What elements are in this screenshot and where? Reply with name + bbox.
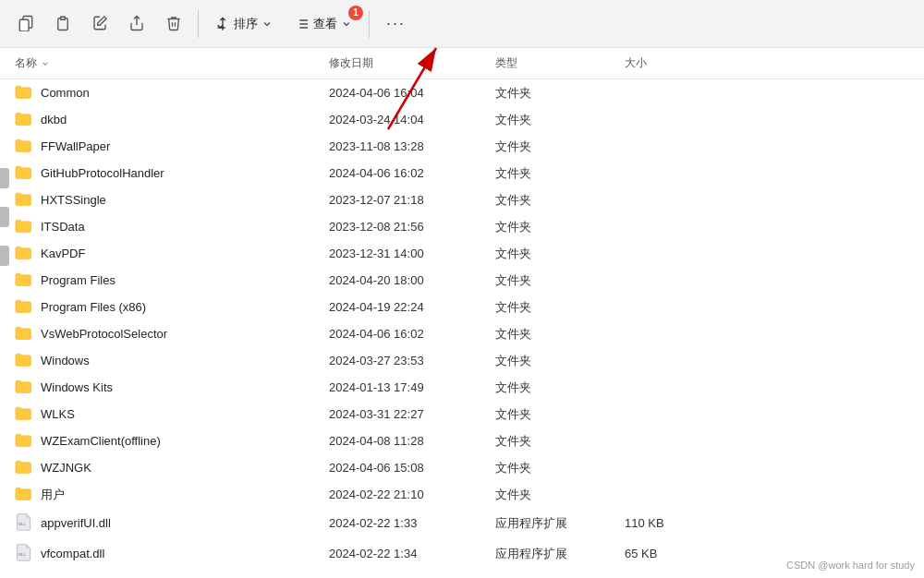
file-type: 应用程序扩展 (490, 512, 619, 535)
file-type: 文件夹 (490, 323, 619, 345)
file-name: FFWallPaper (41, 139, 110, 153)
file-modified: 2024-04-06 15:08 (323, 458, 490, 477)
file-name: WZExamClient(offline) (41, 434, 161, 448)
table-row[interactable]: HXTSSingle 2023-12-07 21:18 文件夹 (0, 187, 924, 213)
file-name: Program Files (41, 273, 116, 287)
file-name-cell: DLL appverifUI.dll (9, 510, 323, 536)
folder-icon (15, 218, 33, 235)
table-row[interactable]: Windows Kits 2024-01-13 17:49 文件夹 (0, 374, 924, 401)
file-size (619, 358, 711, 364)
column-size[interactable]: 大小 (619, 52, 711, 75)
table-row[interactable]: dkbd 2024-03-24 14:04 文件夹 (0, 106, 924, 133)
folder-icon (15, 325, 33, 343)
file-size (619, 412, 711, 417)
file-size (619, 90, 711, 96)
delete-button[interactable] (157, 6, 190, 42)
table-row[interactable]: DLL appverifUI.dll 2024-02-22 1:33 应用程序扩… (0, 508, 924, 538)
file-size (619, 331, 711, 337)
file-name-cell: DLL vfcompat.dll (9, 540, 323, 567)
file-name: Windows Kits (41, 380, 113, 394)
file-type: 文件夹 (490, 189, 619, 211)
more-button[interactable]: ··· (377, 9, 415, 39)
file-size (619, 117, 711, 123)
separator-1 (198, 10, 199, 38)
paste-button[interactable] (46, 6, 79, 42)
file-modified: 2024-01-13 17:49 (323, 378, 490, 397)
table-row[interactable]: WZExamClient(offline) 2024-04-08 11:28 文… (0, 427, 924, 454)
file-name-cell: FFWallPaper (9, 135, 323, 158)
file-type: 文件夹 (490, 350, 619, 372)
file-list: 名称 修改日期 类型 大小 Common 2024-04-06 16:04 文件… (0, 48, 924, 578)
file-modified: 2023-12-07 21:18 (323, 190, 490, 210)
file-name-cell: KavPDF (9, 242, 323, 265)
file-name-cell: GitHubProtocolHandler (9, 162, 323, 185)
sort-button[interactable]: 排序 (206, 9, 282, 39)
file-size (619, 439, 711, 444)
file-size (619, 198, 711, 203)
table-row[interactable]: Program Files (x86) 2024-04-19 22:24 文件夹 (0, 294, 924, 320)
table-row[interactable]: Common 2024-04-06 16:04 文件夹 (0, 79, 924, 106)
view-button[interactable]: 查看 1 (286, 9, 361, 39)
file-name: appverifUI.dll (41, 516, 111, 530)
file-size (619, 171, 711, 176)
table-row[interactable]: Program Files 2024-04-20 18:00 文件夹 (0, 267, 924, 294)
table-row[interactable]: KavPDF 2023-12-31 14:00 文件夹 (0, 240, 924, 267)
table-row[interactable]: VsWebProtocolSelector 2024-04-06 16:02 文… (0, 320, 924, 347)
file-modified: 2024-04-06 16:04 (323, 83, 490, 102)
file-name-cell: ITSData (9, 215, 323, 238)
file-type: 文件夹 (490, 109, 619, 131)
file-type: 文件夹 (490, 163, 619, 185)
table-row[interactable]: WZJNGK 2024-04-06 15:08 文件夹 (0, 454, 924, 481)
view-label: 查看 (313, 16, 337, 32)
file-size (619, 251, 711, 257)
file-modified: 2024-02-22 21:10 (323, 485, 490, 504)
file-modified: 2023-12-31 14:00 (323, 244, 490, 263)
side-handle-2 (0, 207, 9, 227)
file-name: GitHubProtocolHandler (41, 166, 164, 180)
file-modified: 2024-03-24 14:04 (323, 110, 490, 129)
table-row[interactable]: WLKS 2024-03-31 22:27 文件夹 (0, 401, 924, 427)
folder-icon (15, 191, 33, 209)
file-type: 文件夹 (490, 403, 619, 426)
file-name-cell: Windows Kits (9, 376, 323, 399)
column-modified[interactable]: 修改日期 (323, 52, 490, 75)
file-name: WZJNGK (41, 461, 91, 475)
folder-icon (15, 379, 33, 396)
file-name: vfcompat.dll (41, 547, 104, 560)
folder-icon (15, 298, 33, 316)
table-row[interactable]: Windows 2024-03-27 23:53 文件夹 (0, 347, 924, 374)
table-row[interactable]: DLL vfcompat.dll 2024-02-22 1:34 应用程序扩展 … (0, 538, 924, 569)
side-handle-3 (0, 246, 9, 266)
file-modified: 2023-11-08 13:28 (323, 137, 490, 156)
file-type: 文件夹 (490, 243, 619, 265)
file-name-cell: dkbd (9, 108, 323, 131)
share-button[interactable] (120, 6, 153, 42)
file-type: 文件夹 (490, 216, 619, 238)
file-name: KavPDF (41, 247, 85, 260)
file-name-cell: Program Files (9, 269, 323, 292)
table-row[interactable]: 用户 2024-02-22 21:10 文件夹 (0, 481, 924, 508)
file-modified: 2024-04-20 18:00 (323, 271, 490, 290)
more-label: ··· (386, 14, 406, 33)
file-size (619, 492, 711, 498)
table-row[interactable]: ITSData 2023-12-08 21:56 文件夹 (0, 213, 924, 240)
file-size (619, 278, 711, 283)
folder-icon (15, 84, 33, 102)
file-modified: 2024-03-27 23:53 (323, 351, 490, 370)
folder-icon (15, 271, 33, 289)
folder-icon (15, 486, 33, 503)
rename-button[interactable] (83, 6, 116, 42)
file-name: 用户 (41, 487, 65, 503)
file-name: Windows (41, 354, 90, 367)
column-name[interactable]: 名称 (9, 52, 323, 75)
file-size (619, 144, 711, 150)
file-name-cell: 用户 (9, 483, 323, 506)
separator-2 (369, 10, 370, 38)
table-row[interactable]: GitHubProtocolHandler 2024-04-06 16:02 文… (0, 160, 924, 187)
column-type[interactable]: 类型 (490, 52, 619, 75)
copy-button[interactable] (9, 6, 43, 42)
file-size: 65 KB (619, 544, 711, 563)
file-name: WLKS (41, 407, 75, 421)
table-row[interactable]: FFWallPaper 2023-11-08 13:28 文件夹 (0, 133, 924, 160)
file-modified: 2024-04-06 16:02 (323, 163, 490, 183)
